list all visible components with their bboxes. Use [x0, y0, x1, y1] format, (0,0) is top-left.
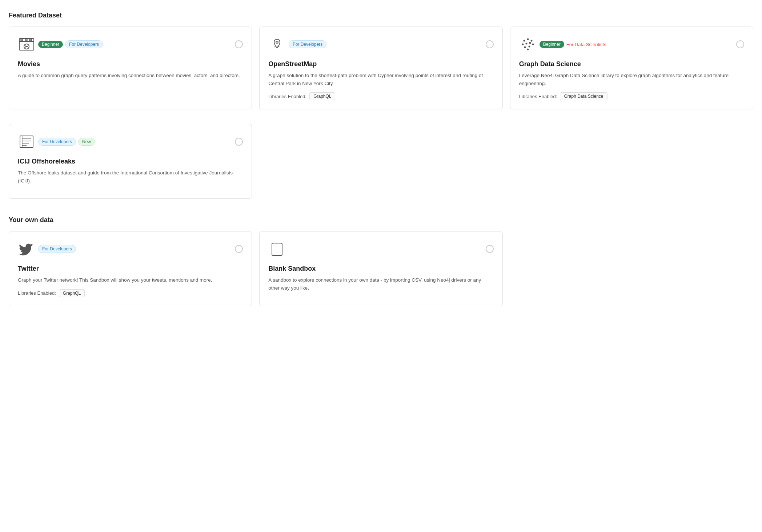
- blank-sandbox-card-header-left: [268, 240, 286, 258]
- movies-for-developers-tag: For Developers: [65, 40, 103, 48]
- icij-card-header-left: For Developers New: [18, 133, 95, 150]
- icij-radio-button[interactable]: [235, 138, 243, 146]
- movies-card-header: Beginner For Developers: [18, 36, 243, 53]
- svg-point-16: [528, 46, 530, 48]
- svg-point-11: [522, 44, 524, 45]
- svg-point-7: [276, 41, 278, 43]
- graph-data-science-radio-button[interactable]: [736, 40, 744, 48]
- twitter-card-header: For Developers: [18, 240, 243, 258]
- openstreetmap-card-tags: For Developers: [289, 40, 326, 48]
- icij-card-description: The Offshore leaks dataset and guide fro…: [18, 169, 243, 185]
- openstreetmap-card-header: For Developers: [268, 36, 493, 53]
- openstreetmap-for-developers-tag: For Developers: [289, 40, 326, 48]
- graph-data-science-card[interactable]: Beginner For Data Scientists Graph Data …: [510, 27, 753, 109]
- featured-dataset-title: Featured Dataset: [9, 12, 753, 19]
- svg-point-10: [530, 40, 532, 42]
- blank-icon: [268, 240, 286, 258]
- svg-rect-24: [272, 243, 282, 255]
- blank-sandbox-card-description: A sandbox to explore connections in your…: [268, 276, 493, 292]
- svg-rect-2: [21, 39, 23, 41]
- twitter-card-tags: For Developers: [38, 245, 76, 253]
- blank-sandbox-radio-button[interactable]: [486, 245, 494, 253]
- twitter-card[interactable]: For Developers Twitter Graph your Twitte…: [9, 231, 252, 306]
- svg-point-17: [527, 49, 529, 51]
- svg-point-8: [523, 40, 525, 42]
- movie-icon: [18, 36, 35, 53]
- openstreetmap-library-graphql: GraphQL: [309, 92, 335, 100]
- svg-point-14: [532, 44, 534, 45]
- movies-card-description: A guide to common graph query patterns i…: [18, 72, 243, 80]
- twitter-card-description: Graph your Twitter network! This Sandbox…: [18, 276, 243, 284]
- list-icon: [18, 133, 35, 150]
- movies-card-title: Movies: [18, 60, 243, 68]
- graph-data-science-for-data-scientists-tag: For Data Scientists: [566, 42, 606, 47]
- icij-new-tag: New: [78, 138, 95, 146]
- map-icon: [268, 36, 286, 53]
- svg-point-13: [529, 42, 531, 44]
- svg-rect-4: [29, 39, 32, 41]
- svg-rect-18: [20, 136, 33, 148]
- svg-point-9: [527, 39, 529, 40]
- icij-card-title: ICIJ Offshoreleaks: [18, 158, 243, 165]
- featured-cards-grid: Beginner For Developers Movies A guide t…: [9, 27, 753, 109]
- your-own-data-title: Your own data: [9, 216, 753, 224]
- openstreetmap-card[interactable]: For Developers OpenStreetMap A graph sol…: [259, 27, 502, 109]
- svg-rect-3: [25, 39, 27, 41]
- icij-card-header: For Developers New: [18, 133, 243, 150]
- twitter-for-developers-tag: For Developers: [38, 245, 76, 253]
- twitter-icon: [18, 240, 35, 258]
- openstreetmap-radio-button[interactable]: [486, 40, 494, 48]
- movies-beginner-tag: Beginner: [38, 41, 63, 48]
- icij-offshoreleaks-card[interactable]: For Developers New ICIJ Offshoreleaks Th…: [9, 124, 252, 199]
- icij-for-developers-tag: For Developers: [38, 138, 76, 146]
- movies-radio-button[interactable]: [235, 40, 243, 48]
- icij-card-tags: For Developers New: [38, 138, 95, 146]
- twitter-card-title: Twitter: [18, 265, 243, 273]
- graph-data-science-libraries-label: Libraries Enabled:: [519, 94, 557, 99]
- graph-data-science-beginner-tag: Beginner: [540, 41, 564, 48]
- blank-sandbox-card-title: Blank Sandbox: [268, 265, 493, 273]
- blank-sandbox-card[interactable]: Blank Sandbox A sandbox to explore conne…: [259, 231, 502, 306]
- graph-data-science-library-tag: Graph Data Science: [560, 92, 607, 100]
- graph-dots-icon: [519, 36, 537, 53]
- openstreetmap-card-header-left: For Developers: [268, 36, 326, 53]
- openstreetmap-libraries-label: Libraries Enabled:: [268, 94, 306, 99]
- openstreetmap-card-description: A graph solution to the shortest-path pr…: [268, 72, 493, 87]
- graph-data-science-card-title: Graph Data Science: [519, 60, 744, 68]
- svg-point-12: [525, 43, 527, 45]
- svg-marker-6: [25, 45, 28, 48]
- twitter-libraries: Libraries Enabled: GraphQL: [18, 289, 243, 297]
- openstreetmap-libraries: Libraries Enabled: GraphQL: [268, 92, 493, 100]
- graph-data-science-card-header-left: Beginner For Data Scientists: [519, 36, 606, 53]
- blank-sandbox-card-header: [268, 240, 493, 258]
- twitter-libraries-label: Libraries Enabled:: [18, 290, 56, 296]
- twitter-library-graphql: GraphQL: [59, 289, 85, 297]
- graph-data-science-card-description: Leverage Neo4j Graph Data Science librar…: [519, 72, 744, 87]
- twitter-radio-button[interactable]: [235, 245, 243, 253]
- movies-card-header-left: Beginner For Developers: [18, 36, 103, 53]
- openstreetmap-card-title: OpenStreetMap: [268, 60, 493, 68]
- twitter-card-header-left: For Developers: [18, 240, 76, 258]
- movies-card-tags: Beginner For Developers: [38, 40, 103, 48]
- graph-data-science-card-header: Beginner For Data Scientists: [519, 36, 744, 53]
- svg-point-15: [524, 47, 526, 48]
- movies-card[interactable]: Beginner For Developers Movies A guide t…: [9, 27, 252, 109]
- graph-data-science-libraries: Libraries Enabled: Graph Data Science: [519, 92, 744, 100]
- graph-data-science-card-tags: Beginner For Data Scientists: [540, 41, 606, 48]
